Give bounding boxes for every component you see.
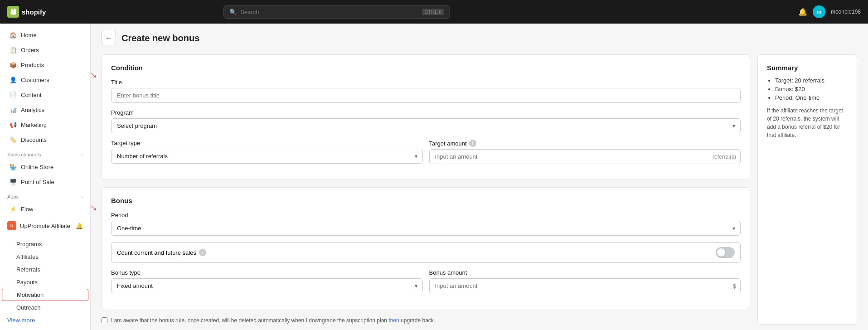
logo-text: shopify	[22, 8, 46, 16]
topbar-right: 🔔 m moonpie198	[798, 5, 861, 18]
page-title: Create new bonus	[121, 33, 199, 44]
sidebar-item-analytics[interactable]: 📊 Analytics	[2, 102, 88, 117]
sidebar-sub-outreach[interactable]: Outreach	[2, 301, 88, 314]
uppromote-icon: U	[7, 221, 16, 230]
sidebar-label-point-of-sale: Point of Sale	[21, 179, 54, 185]
summary-title: Summary	[767, 64, 848, 72]
sidebar-label-analytics: Analytics	[21, 107, 44, 113]
sidebar-sub-motivation[interactable]: Motivation	[2, 289, 88, 301]
content-body: → Condition Title Program Select program	[102, 54, 857, 325]
period-select-wrapper: One-time	[111, 221, 741, 236]
bonus-amount-wrapper: $	[429, 278, 741, 293]
point-of-sale-icon: 🖥️	[9, 178, 17, 186]
title-label: Title	[111, 79, 741, 86]
target-type-label: Target type	[111, 140, 423, 146]
shopify-logo-icon	[7, 6, 19, 18]
sidebar-sub-payouts[interactable]: Payouts	[2, 276, 88, 288]
title-input[interactable]	[111, 88, 741, 103]
bonus-type-select-wrapper: Fixed amount	[111, 278, 423, 293]
bonus-type-label: Bonus type	[111, 269, 423, 276]
bonus-type-row: Bonus type Fixed amount Bonus amount	[111, 269, 741, 300]
count-sales-info-icon[interactable]: i	[199, 249, 206, 256]
sidebar-label-orders: Orders	[21, 47, 39, 53]
sidebar-item-marketing[interactable]: 📢 Marketing	[2, 117, 88, 132]
target-amount-wrapper: referral(s)	[429, 149, 741, 164]
sidebar-sub-referrals[interactable]: Referrals	[2, 263, 88, 276]
target-amount-label: Target amount i	[429, 140, 741, 147]
sidebar-item-orders[interactable]: 📋 Orders	[2, 43, 88, 57]
program-group: Program Select program	[111, 109, 741, 133]
bonus-card-title: Bonus	[111, 197, 741, 204]
sidebar-label-customers: Customers	[21, 77, 49, 83]
bonus-type-group: Bonus type Fixed amount	[111, 269, 423, 293]
sidebar-sub-programs[interactable]: Programs	[2, 238, 88, 250]
orders-icon: 📋	[9, 46, 17, 54]
target-amount-suffix: referral(s)	[713, 154, 736, 160]
terms-row: I am aware that the bonus rule, once cre…	[102, 316, 750, 325]
sidebar-sub-affiliates[interactable]: Affiliates	[2, 251, 88, 263]
view-more-link[interactable]: View more	[0, 314, 90, 326]
search-input[interactable]	[240, 9, 418, 15]
bonus-type-select[interactable]: Fixed amount	[111, 278, 423, 293]
count-sales-label: Count current and future sales	[117, 249, 196, 256]
sidebar-label-content: Content	[21, 92, 42, 98]
annotation-arrow-2: →	[91, 199, 102, 216]
sidebar-item-content[interactable]: 📄 Content	[2, 87, 88, 102]
uppromote-bell-icon[interactable]: 🔔	[76, 223, 83, 229]
notification-bell-icon[interactable]: 🔔	[798, 8, 807, 16]
sidebar-label-marketing: Marketing	[21, 121, 47, 128]
content-area: ← Create new bonus → Condition Title Pro…	[91, 24, 868, 330]
terms-checkbox[interactable]	[102, 317, 107, 323]
sidebar-item-discounts[interactable]: 🏷️ Discounts	[2, 132, 88, 147]
sidebar-label-products: Products	[21, 62, 44, 68]
sidebar-item-point-of-sale[interactable]: 🖥️ Point of Sale	[2, 175, 88, 189]
search-bar[interactable]: 🔍 CTRL K	[223, 5, 450, 19]
products-icon: 📦	[9, 61, 17, 69]
period-group: Period One-time	[111, 212, 741, 236]
user-avatar[interactable]: m	[813, 5, 825, 18]
customers-icon: 👤	[9, 76, 17, 84]
main-layout: 🏠 Home 📋 Orders 📦 Products 👤 Customers 📄…	[0, 24, 868, 330]
target-amount-info-icon[interactable]: i	[469, 140, 476, 147]
program-select[interactable]: Select program	[111, 118, 741, 133]
target-amount-input[interactable]	[429, 149, 741, 164]
title-group: Title	[111, 79, 741, 103]
terms-link-then[interactable]: then	[388, 317, 399, 324]
user-name: moonpie198	[831, 9, 861, 15]
online-store-icon: 🏪	[9, 163, 17, 171]
bonus-amount-suffix: $	[733, 282, 736, 289]
summary-description: If the affiliate reaches the target of 2…	[767, 107, 848, 139]
sidebar-item-home[interactable]: 🏠 Home	[2, 28, 88, 42]
main-column: → Condition Title Program Select program	[102, 54, 750, 325]
target-type-select-wrapper: Number of referrals	[111, 149, 423, 164]
uppromote-label: UpPromote Affiliate	[20, 223, 70, 229]
summary-item-0: Target: 20 referrals	[775, 77, 848, 84]
sidebar-item-products[interactable]: 📦 Products	[2, 58, 88, 72]
apps-chevron-icon[interactable]: ›	[81, 194, 83, 199]
count-sales-toggle[interactable]	[716, 247, 735, 258]
summary-item-2: Period: One-time	[775, 94, 848, 101]
back-button[interactable]: ←	[102, 31, 116, 45]
summary-card: Summary Target: 20 referrals Bonus: $20 …	[757, 54, 857, 325]
sales-channels-chevron-icon[interactable]: ›	[81, 152, 83, 157]
page-header: ← Create new bonus	[102, 31, 857, 45]
terms-text: I am aware that the bonus rule, once cre…	[111, 316, 435, 325]
sidebar-item-online-store[interactable]: 🏪 Online Store	[2, 160, 88, 174]
period-select[interactable]: One-time	[111, 221, 741, 236]
count-sales-label-group: Count current and future sales i	[117, 249, 206, 256]
bonus-amount-input[interactable]	[429, 278, 741, 293]
target-type-group: Target type Number of referrals	[111, 140, 423, 164]
target-row: Target type Number of referrals Target a…	[111, 140, 741, 170]
target-type-select[interactable]: Number of referrals	[111, 149, 423, 164]
program-label: Program	[111, 109, 741, 116]
sidebar-item-customers[interactable]: 👤 Customers	[2, 73, 88, 87]
condition-card: → Condition Title Program Select program	[102, 54, 750, 180]
count-sales-row: Count current and future sales i	[111, 242, 741, 263]
sidebar-label-home: Home	[21, 32, 37, 39]
sidebar-item-flow[interactable]: ⚡ Flow	[2, 202, 88, 216]
content-icon: 📄	[9, 91, 17, 99]
home-icon: 🏠	[9, 31, 17, 39]
program-select-wrapper: Select program	[111, 118, 741, 133]
search-shortcut: CTRL K	[422, 9, 444, 15]
sidebar-label-discounts: Discounts	[21, 136, 47, 143]
